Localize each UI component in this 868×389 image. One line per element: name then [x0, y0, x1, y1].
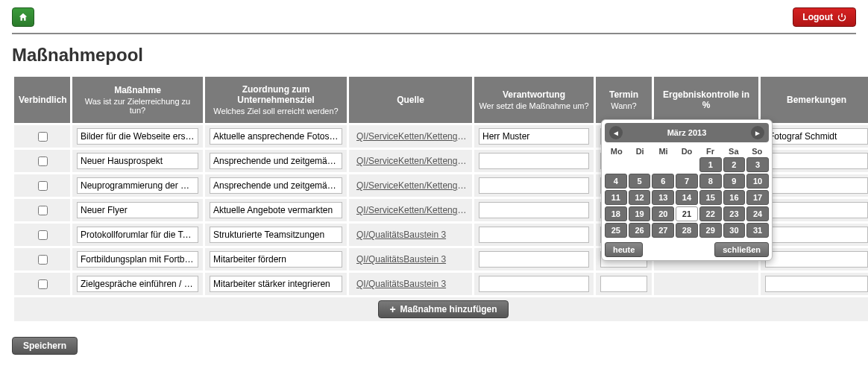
- datepicker-day[interactable]: 21: [676, 206, 698, 221]
- verantwortung-input[interactable]: [479, 128, 589, 145]
- bemerkungen-input[interactable]: [765, 227, 868, 243]
- datepicker-day[interactable]: 23: [723, 206, 746, 221]
- zuordnung-input[interactable]: [210, 227, 342, 243]
- datepicker-day[interactable]: 16: [723, 190, 746, 205]
- datepicker-dow: Mo: [605, 147, 628, 156]
- verantwortung-input[interactable]: [479, 202, 589, 218]
- datepicker-dow: Di: [628, 147, 651, 156]
- col-header-ergebnis: Ergebniskontrolle in %: [654, 77, 758, 123]
- massnahme-input[interactable]: [77, 128, 198, 145]
- col-header-massnahme: MaßnahmeWas ist zur Zielerreichung zu tu…: [72, 77, 203, 123]
- datepicker-day[interactable]: 12: [629, 190, 651, 205]
- datepicker-day[interactable]: 15: [699, 190, 722, 205]
- bemerkungen-input[interactable]: [765, 153, 868, 169]
- datepicker-day[interactable]: 17: [746, 190, 769, 205]
- datepicker-today-button[interactable]: heute: [605, 242, 643, 257]
- power-icon: [837, 13, 846, 22]
- bemerkungen-input[interactable]: [765, 128, 868, 145]
- datepicker-day[interactable]: 10: [746, 174, 769, 189]
- quelle-link[interactable]: QI/QualitätsBaustein 3: [353, 230, 468, 240]
- datepicker-day[interactable]: 11: [605, 190, 627, 205]
- massnahme-input[interactable]: [77, 177, 198, 194]
- verbindlich-checkbox[interactable]: [38, 255, 48, 265]
- datepicker-next-button[interactable]: ►: [751, 126, 764, 139]
- quelle-link[interactable]: QI/QualitätsBaustein 3: [353, 254, 468, 265]
- datepicker-day[interactable]: 7: [676, 174, 698, 189]
- logout-button[interactable]: Logout: [793, 7, 856, 27]
- add-measure-button[interactable]: + Maßnahme hinzufügen: [378, 300, 508, 318]
- datepicker-blank: [652, 157, 674, 172]
- datepicker-day[interactable]: 24: [746, 206, 769, 221]
- datepicker-day[interactable]: 25: [605, 223, 627, 238]
- verantwortung-input[interactable]: [479, 177, 589, 194]
- bemerkungen-input[interactable]: [765, 276, 868, 292]
- quelle-link[interactable]: QI/ServiceKetten/Kettenglied: [353, 205, 468, 215]
- datepicker-day[interactable]: 5: [629, 174, 651, 189]
- bemerkungen-input[interactable]: [765, 251, 868, 268]
- verantwortung-input[interactable]: [479, 153, 589, 169]
- datepicker-day[interactable]: 14: [676, 190, 698, 205]
- massnahme-input[interactable]: [77, 251, 198, 268]
- verbindlich-checkbox[interactable]: [38, 156, 48, 166]
- quelle-link[interactable]: QI/QualitätsBaustein 3: [353, 279, 468, 289]
- datepicker-day[interactable]: 19: [629, 206, 651, 221]
- col-header-zuordnung: Zuordnung zum UnternehmenszielWelches Zi…: [205, 77, 347, 123]
- zuordnung-input[interactable]: [210, 276, 342, 292]
- verantwortung-input[interactable]: [479, 276, 589, 292]
- datepicker-day[interactable]: 13: [652, 190, 674, 205]
- datepicker-prev-button[interactable]: ◄: [609, 126, 623, 139]
- datepicker-day[interactable]: 1: [699, 157, 722, 172]
- datepicker-day[interactable]: 20: [652, 206, 674, 221]
- termin-input[interactable]: [600, 276, 647, 292]
- top-bar: Logout: [12, 7, 856, 34]
- zuordnung-input[interactable]: [210, 128, 342, 145]
- datepicker-day[interactable]: 8: [699, 174, 722, 189]
- datepicker-day[interactable]: 26: [629, 223, 651, 238]
- datepicker-day[interactable]: 27: [652, 223, 674, 238]
- datepicker-dow: Do: [675, 147, 698, 156]
- datepicker-day[interactable]: 28: [676, 223, 698, 238]
- datepicker-blank: [629, 157, 651, 172]
- zuordnung-input[interactable]: [210, 153, 342, 169]
- datepicker-day[interactable]: 30: [723, 223, 746, 238]
- verbindlich-checkbox[interactable]: [38, 206, 48, 215]
- datepicker-day[interactable]: 4: [605, 174, 627, 189]
- datepicker-blank: [676, 157, 698, 172]
- datepicker-day[interactable]: 29: [699, 223, 722, 238]
- datepicker-blank: [605, 157, 627, 172]
- massnahme-input[interactable]: [77, 153, 198, 169]
- massnahme-input[interactable]: [77, 202, 198, 218]
- datepicker-title: März 2013: [667, 128, 707, 137]
- verbindlich-checkbox[interactable]: [38, 230, 48, 240]
- home-button[interactable]: [12, 7, 34, 27]
- massnahme-input[interactable]: [77, 227, 198, 243]
- bemerkungen-input[interactable]: [765, 202, 868, 218]
- verbindlich-checkbox[interactable]: [38, 132, 48, 142]
- massnahme-input[interactable]: [77, 276, 198, 292]
- logout-label: Logout: [802, 12, 833, 22]
- zuordnung-input[interactable]: [210, 177, 342, 194]
- verbindlich-checkbox[interactable]: [38, 279, 48, 289]
- zuordnung-input[interactable]: [210, 202, 342, 218]
- datepicker-day[interactable]: 22: [699, 206, 722, 221]
- datepicker: ◄ März 2013 ► MoDiMiDoFrSaSo 12345678910…: [601, 119, 773, 261]
- quelle-link[interactable]: QI/ServiceKetten/Kettenglied: [353, 180, 468, 191]
- quelle-link[interactable]: QI/ServiceKetten/Kettenglied: [353, 156, 468, 166]
- datepicker-day[interactable]: 9: [723, 174, 746, 189]
- datepicker-day[interactable]: 6: [652, 174, 674, 189]
- page-title: Maßnahmepool: [12, 45, 856, 66]
- bemerkungen-input[interactable]: [765, 177, 868, 194]
- datepicker-day[interactable]: 3: [746, 157, 769, 172]
- save-button[interactable]: Speichern: [12, 337, 78, 355]
- datepicker-day[interactable]: 2: [723, 157, 746, 172]
- datepicker-dow: So: [746, 147, 769, 156]
- zuordnung-input[interactable]: [210, 251, 342, 268]
- table-row: QI/QualitätsBaustein 3: [14, 273, 868, 295]
- datepicker-close-button[interactable]: schließen: [714, 242, 769, 257]
- verantwortung-input[interactable]: [479, 251, 589, 268]
- datepicker-day[interactable]: 31: [746, 223, 769, 238]
- verantwortung-input[interactable]: [479, 227, 589, 243]
- verbindlich-checkbox[interactable]: [38, 181, 48, 191]
- quelle-link[interactable]: QI/ServiceKetten/Kettenglied: [353, 131, 468, 142]
- datepicker-day[interactable]: 18: [605, 206, 627, 221]
